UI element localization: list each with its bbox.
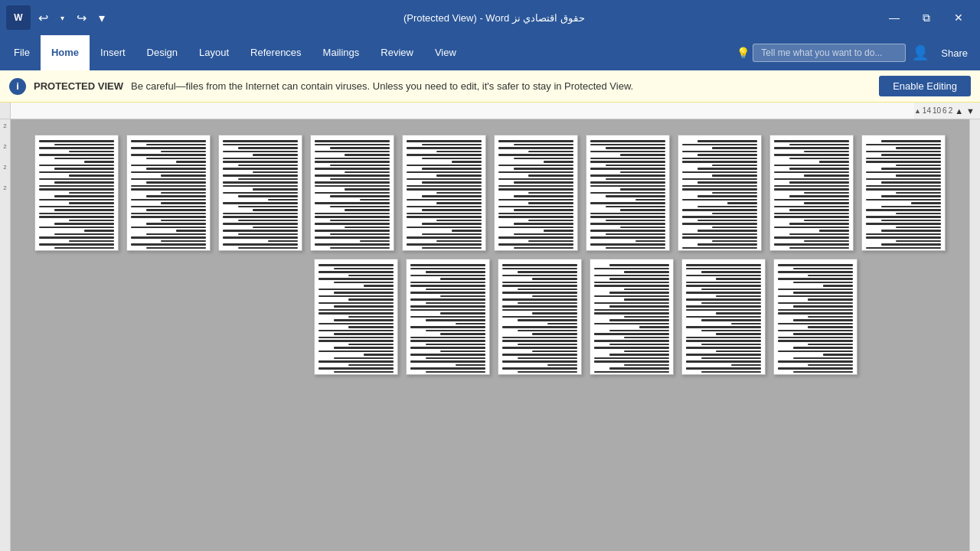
ruler-number-14: 14 (923, 106, 931, 115)
user-area: 👤 Share (912, 35, 977, 70)
window-controls: — ⧉ ✕ (879, 4, 974, 31)
page-thumb[interactable] (498, 259, 582, 375)
tab-view[interactable]: View (424, 35, 467, 70)
protected-view-bar: i PROTECTED VIEW Be careful—files from t… (0, 70, 980, 103)
vertical-ruler-marks: 2 2 2 2 (0, 119, 10, 191)
enable-editing-button[interactable]: Enable Editing (879, 76, 971, 96)
page-thumb[interactable] (218, 135, 302, 251)
vertical-scrollbar[interactable] (969, 119, 980, 551)
ruler-nav-up[interactable]: ▲ (954, 106, 964, 116)
tell-me-input[interactable] (753, 44, 906, 62)
tab-insert[interactable]: Insert (90, 35, 136, 70)
title-bar-left: W ↩ ▾ ↪ ▾ (6, 5, 109, 30)
ruler-right-controls: ▲ 14 10 6 2 ▲ ▼ (914, 103, 980, 119)
tab-references[interactable]: References (240, 35, 312, 70)
close-button[interactable]: ✕ (943, 4, 974, 31)
tab-home[interactable]: Home (41, 35, 90, 70)
ribbon-search-area: 💡 (737, 35, 906, 70)
title-bar: W ↩ ▾ ↪ ▾ (Protected View) - Word حقوق ا… (0, 0, 980, 35)
main-content-area: 2 2 2 2 (0, 119, 980, 551)
page-thumb[interactable] (314, 259, 398, 375)
page-thumb[interactable] (773, 259, 858, 375)
page-thumb[interactable] (494, 135, 578, 251)
protected-info-icon: i (9, 78, 26, 95)
page-thumb[interactable] (681, 259, 766, 375)
ruler-corner (0, 103, 11, 119)
horizontal-ruler (11, 103, 914, 119)
page-thumb[interactable] (406, 259, 490, 375)
protected-view-message: Be careful—files from the Internet can c… (131, 80, 871, 92)
customize-qat-button[interactable]: ▾ (94, 8, 109, 28)
share-button[interactable]: Share (932, 47, 977, 59)
undo-dropdown[interactable]: ▾ (56, 11, 69, 25)
page-thumb[interactable] (861, 135, 946, 251)
restore-button[interactable]: ⧉ (911, 4, 942, 31)
lightbulb-icon: 💡 (737, 47, 750, 59)
pages-row-1 (34, 135, 946, 251)
redo-button[interactable]: ↪ (72, 8, 91, 28)
ribbon: File Home Insert Design Layout Reference… (0, 35, 980, 70)
pages-row-2 (122, 259, 858, 375)
page-thumb[interactable] (34, 135, 119, 251)
minimize-button[interactable]: — (879, 4, 910, 31)
ruler-marks (11, 103, 914, 119)
page-thumb[interactable] (590, 259, 674, 375)
word-app-icon: W (6, 5, 31, 30)
ruler-number-2: 2 (949, 106, 953, 115)
tab-design[interactable]: Design (136, 35, 188, 70)
protected-view-label: PROTECTED VIEW (34, 80, 123, 92)
tab-file[interactable]: File (3, 35, 41, 70)
page-thumb[interactable] (769, 135, 854, 251)
document-area[interactable] (11, 119, 969, 551)
ruler-number-10: 10 (933, 106, 941, 115)
page-thumb[interactable] (310, 135, 394, 251)
ruler-nav-down[interactable]: ▼ (965, 106, 975, 116)
undo-button[interactable]: ↩ (34, 8, 53, 28)
vertical-ruler: 2 2 2 2 (0, 119, 11, 551)
ruler-triangle-icon: ▲ (914, 107, 921, 115)
user-icon: 👤 (912, 44, 929, 61)
horizontal-ruler-row: ▲ 14 10 6 2 ▲ ▼ (0, 103, 980, 119)
page-thumb[interactable] (402, 135, 486, 251)
tab-review[interactable]: Review (370, 35, 424, 70)
tab-mailings[interactable]: Mailings (312, 35, 371, 70)
document-title: (Protected View) - Word حقوق اقتصادي نز (109, 12, 879, 24)
ruler-number-6: 6 (942, 106, 947, 115)
page-thumb[interactable] (586, 135, 670, 251)
page-thumb[interactable] (126, 135, 211, 251)
page-thumb[interactable] (678, 135, 762, 251)
tab-layout[interactable]: Layout (188, 35, 240, 70)
